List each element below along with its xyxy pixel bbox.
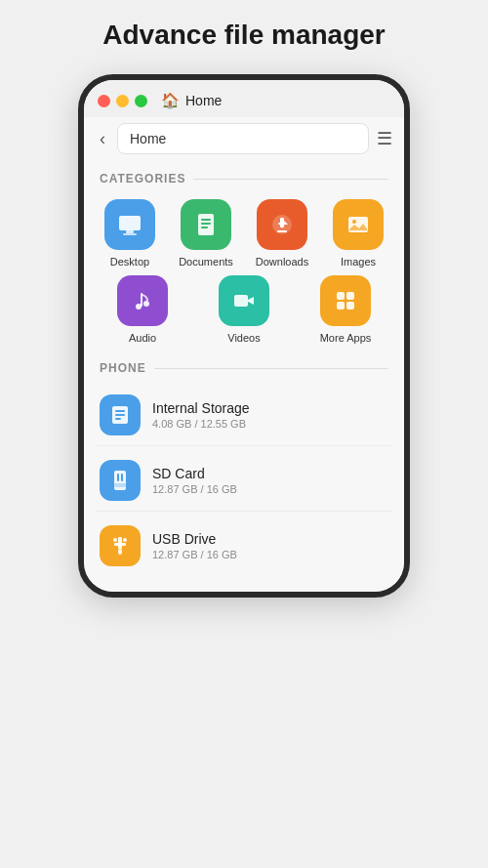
svg-rect-2 [123, 233, 137, 235]
search-bar-row: ‹ ☰ [84, 117, 404, 162]
moreapps-label: More Apps [320, 332, 372, 344]
title-bar: 🏠 Home [84, 80, 404, 117]
list-view-icon[interactable]: ☰ [377, 128, 392, 149]
svg-rect-23 [346, 302, 354, 310]
svg-marker-19 [248, 297, 254, 305]
sdcard-size: 12.87 GB / 16 GB [152, 483, 237, 495]
phone-frame: 🏠 Home ‹ ☰ CATEGORIES [78, 74, 410, 598]
category-images[interactable]: Images [324, 199, 392, 268]
minimize-button[interactable] [116, 95, 129, 107]
svg-rect-1 [126, 230, 134, 233]
storage-item-usb[interactable]: USB Drive 12.87 GB / 16 GB [96, 516, 392, 576]
phone-list: Internal Storage 4.08 GB / 12.55 GB [84, 381, 404, 592]
category-documents[interactable]: Documents [172, 199, 240, 268]
svg-rect-30 [121, 474, 123, 481]
audio-icon [117, 275, 168, 326]
svg-point-35 [123, 538, 127, 542]
titlebar-label: Home [185, 93, 222, 108]
home-icon: 🏠 [161, 92, 180, 109]
downloads-icon [257, 199, 307, 250]
close-button[interactable] [98, 95, 110, 107]
internal-storage-icon [100, 394, 141, 435]
traffic-lights [98, 95, 147, 107]
search-input[interactable] [117, 123, 369, 154]
downloads-label: Downloads [256, 256, 308, 268]
images-label: Images [341, 256, 376, 268]
documents-label: Documents [179, 256, 233, 268]
internal-storage-info: Internal Storage 4.08 GB / 12.55 GB [152, 400, 250, 430]
usb-icon [100, 525, 141, 566]
svg-rect-31 [114, 483, 126, 487]
svg-rect-36 [118, 549, 122, 555]
category-moreapps[interactable]: More Apps [299, 275, 392, 344]
desktop-icon [104, 199, 155, 250]
category-desktop[interactable]: Desktop [96, 199, 164, 268]
moreapps-icon [320, 275, 371, 326]
svg-rect-27 [115, 418, 121, 420]
svg-point-17 [143, 301, 149, 307]
svg-rect-16 [141, 293, 142, 307]
page-wrapper: Advance file manager 🏠 Home ‹ ☰ [0, 20, 488, 598]
internal-storage-size: 4.08 GB / 12.55 GB [152, 418, 250, 430]
svg-point-13 [352, 220, 356, 224]
storage-item-internal[interactable]: Internal Storage 4.08 GB / 12.55 GB [96, 385, 392, 446]
svg-rect-25 [115, 410, 125, 412]
phone-inner: 🏠 Home ‹ ☰ CATEGORIES [84, 80, 404, 592]
images-icon [333, 199, 384, 250]
page-title: Advance file manager [102, 20, 385, 51]
svg-rect-5 [201, 223, 211, 225]
svg-rect-6 [201, 227, 208, 228]
audio-label: Audio [129, 332, 156, 344]
maximize-button[interactable] [135, 95, 147, 107]
usb-name: USB Drive [152, 531, 237, 547]
svg-rect-29 [117, 474, 119, 481]
svg-rect-9 [277, 230, 287, 232]
categories-section-label: CATEGORIES [84, 162, 404, 191]
svg-rect-18 [234, 295, 248, 307]
svg-rect-4 [201, 219, 211, 221]
usb-size: 12.87 GB / 16 GB [152, 549, 237, 560]
titlebar-title: 🏠 Home [161, 92, 222, 109]
svg-rect-33 [114, 543, 126, 546]
videos-icon [219, 275, 269, 326]
svg-rect-11 [280, 218, 284, 227]
category-videos[interactable]: Videos [197, 275, 291, 344]
internal-storage-name: Internal Storage [152, 400, 250, 416]
storage-item-sdcard[interactable]: SD Card 12.87 GB / 16 GB [96, 450, 392, 512]
sdcard-icon [100, 460, 141, 501]
phone-section-label: PHONE [84, 351, 404, 381]
svg-rect-0 [119, 216, 141, 230]
svg-rect-20 [337, 292, 345, 300]
videos-label: Videos [227, 332, 260, 344]
desktop-label: Desktop [110, 256, 149, 268]
sdcard-name: SD Card [152, 466, 237, 481]
documents-icon [181, 199, 231, 250]
svg-rect-26 [115, 414, 125, 416]
usb-info: USB Drive 12.87 GB / 16 GB [152, 531, 237, 560]
svg-point-34 [113, 538, 117, 542]
svg-rect-21 [346, 292, 354, 300]
svg-rect-22 [337, 302, 345, 310]
categories-grid-row1: Desktop Documents [84, 191, 404, 271]
category-audio[interactable]: Audio [96, 275, 189, 344]
category-downloads[interactable]: Downloads [248, 199, 316, 268]
back-button[interactable]: ‹ [96, 127, 109, 151]
sdcard-info: SD Card 12.87 GB / 16 GB [152, 466, 237, 495]
categories-grid-row2: Audio Videos [84, 271, 404, 351]
